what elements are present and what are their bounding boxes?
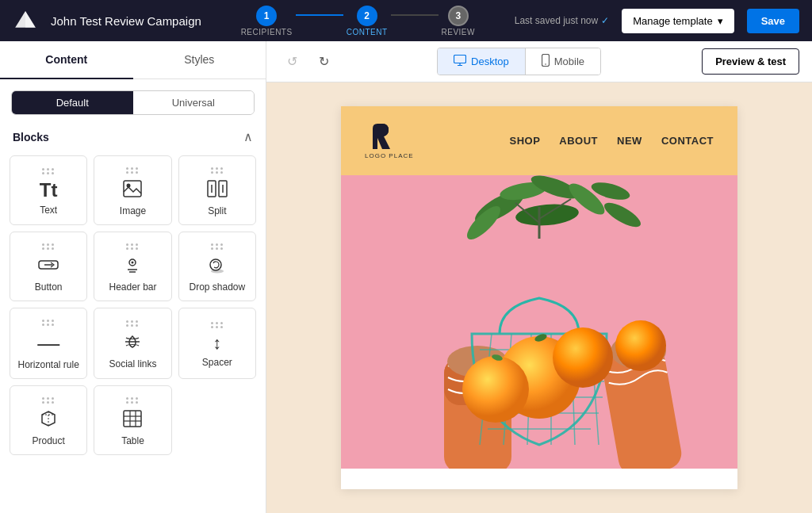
drag-handle — [211, 243, 224, 250]
preview-test-button[interactable]: Preview & test — [702, 48, 799, 75]
block-button[interactable]: Button — [10, 232, 87, 301]
save-button[interactable]: Save — [747, 9, 799, 33]
sidebar-tab-content[interactable]: Content — [0, 41, 133, 79]
svg-rect-20 — [454, 56, 466, 63]
universal-toggle-btn[interactable]: Universal — [133, 91, 255, 114]
email-logo: LOGO PLACE — [365, 122, 414, 159]
drag-handle — [211, 167, 224, 174]
spacer-icon: ↕ — [213, 335, 221, 352]
drag-handle — [42, 243, 55, 250]
block-split[interactable]: Split — [178, 155, 256, 225]
svg-point-24 — [545, 63, 546, 65]
canvas-area: ↺ ↻ Desktop — [266, 41, 812, 513]
product-icon — [39, 410, 58, 431]
email-hero-image — [341, 175, 737, 469]
block-social-links[interactable]: Social links — [94, 308, 171, 379]
block-text[interactable]: Tt Text — [10, 155, 87, 225]
blocks-header: Blocks ∧ — [0, 120, 266, 149]
svg-point-56 — [553, 327, 613, 388]
email-body: LOGO PLACE SHOP ABOUT NEW CONTACT — [341, 106, 737, 489]
chevron-down-icon: ▾ — [718, 15, 723, 27]
main-layout: Content Styles Default Universal Blocks … — [0, 41, 812, 513]
block-drop-shadow[interactable]: Drop shadow — [178, 232, 256, 301]
email-logo-icon — [365, 122, 400, 151]
hero-svg — [341, 175, 737, 469]
undo-button[interactable]: ↺ — [279, 49, 304, 75]
default-toggle-btn[interactable]: Default — [12, 91, 133, 114]
klaviyo-logo — [13, 10, 38, 32]
block-header-bar[interactable]: Header bar — [94, 232, 171, 301]
split-icon — [207, 180, 228, 201]
step-recipients[interactable]: 1 RECIPIENTS — [241, 6, 293, 36]
saved-checkmark-icon: ✓ — [601, 15, 609, 26]
step-2-label: CONTENT — [347, 28, 388, 36]
block-product[interactable]: Product — [10, 385, 87, 455]
email-nav-contact: CONTACT — [661, 135, 714, 147]
svg-point-55 — [462, 356, 529, 423]
canvas-toolbar: ↺ ↻ Desktop — [266, 41, 812, 82]
horizontal-rule-icon: — — [37, 332, 59, 354]
manage-template-button[interactable]: Manage template ▾ — [622, 9, 733, 33]
email-canvas: LOGO PLACE SHOP ABOUT NEW CONTACT — [266, 82, 812, 513]
view-toggle: Desktop Mobile — [437, 48, 601, 75]
svg-point-9 — [132, 262, 134, 264]
mobile-icon — [542, 54, 550, 69]
desktop-view-btn[interactable]: Desktop — [438, 48, 525, 75]
collapse-icon[interactable]: ∧ — [243, 129, 253, 144]
block-image[interactable]: Image — [94, 155, 171, 225]
drop-shadow-icon — [207, 256, 228, 277]
block-table[interactable]: Table — [94, 385, 171, 455]
redo-button[interactable]: ↻ — [311, 49, 336, 75]
drag-handle — [42, 320, 55, 326]
email-nav-new: NEW — [617, 135, 642, 147]
email-logo-text: LOGO PLACE — [365, 152, 414, 159]
step-connector-2 — [391, 14, 439, 16]
table-icon — [123, 410, 142, 431]
step-3-label: REVIEW — [442, 28, 475, 36]
desktop-icon — [454, 55, 466, 68]
step-content[interactable]: 2 CONTENT — [347, 6, 388, 36]
step-connector-1 — [296, 14, 343, 16]
saved-status: Last saved just now ✓ — [515, 15, 609, 26]
email-nav: SHOP ABOUT NEW CONTACT — [510, 135, 714, 147]
campaign-title: John Test Review Campaign — [51, 14, 201, 28]
email-header: LOGO PLACE SHOP ABOUT NEW CONTACT — [341, 106, 737, 175]
mobile-view-btn[interactable]: Mobile — [526, 48, 600, 75]
blocks-title: Blocks — [13, 131, 49, 144]
step-review[interactable]: 3 REVIEW — [442, 6, 475, 36]
social-links-icon — [123, 333, 142, 354]
step-1-circle: 1 — [256, 6, 277, 26]
drag-handle — [126, 167, 139, 174]
block-spacer[interactable]: ↕ Spacer — [178, 308, 256, 379]
undo-icon: ↺ — [287, 54, 297, 69]
header-bar-icon — [123, 256, 142, 277]
klaviyo-logo-icon — [13, 10, 38, 32]
drag-handle — [211, 322, 224, 328]
drag-handle — [42, 168, 55, 174]
drag-handle — [42, 397, 55, 404]
drag-handle — [126, 320, 139, 327]
image-icon — [123, 180, 142, 201]
drag-handle — [126, 243, 139, 250]
sidebar-tab-styles[interactable]: Styles — [133, 41, 266, 79]
step-3-circle: 3 — [448, 6, 469, 26]
block-horizontal-rule[interactable]: — Horizontal rule — [10, 308, 87, 379]
step-1-label: RECIPIENTS — [241, 28, 293, 36]
navbar: John Test Review Campaign 1 RECIPIENTS 2… — [0, 0, 812, 41]
blocks-grid: Tt Text Image — [0, 149, 266, 461]
svg-point-57 — [615, 320, 666, 371]
view-toggle-group: Default Universal — [11, 90, 255, 115]
svg-point-13 — [210, 259, 221, 270]
email-nav-about: ABOUT — [559, 135, 598, 147]
left-sidebar: Content Styles Default Universal Blocks … — [0, 41, 266, 513]
svg-rect-15 — [124, 411, 141, 427]
drag-handle — [126, 397, 139, 404]
sidebar-tabs: Content Styles — [0, 41, 266, 79]
steps-container: 1 RECIPIENTS 2 CONTENT 3 REVIEW — [241, 6, 475, 36]
email-nav-shop: SHOP — [510, 135, 541, 147]
redo-icon: ↻ — [319, 54, 329, 69]
text-icon: Tt — [40, 181, 58, 200]
step-2-circle: 2 — [357, 6, 377, 26]
button-icon — [38, 256, 59, 277]
